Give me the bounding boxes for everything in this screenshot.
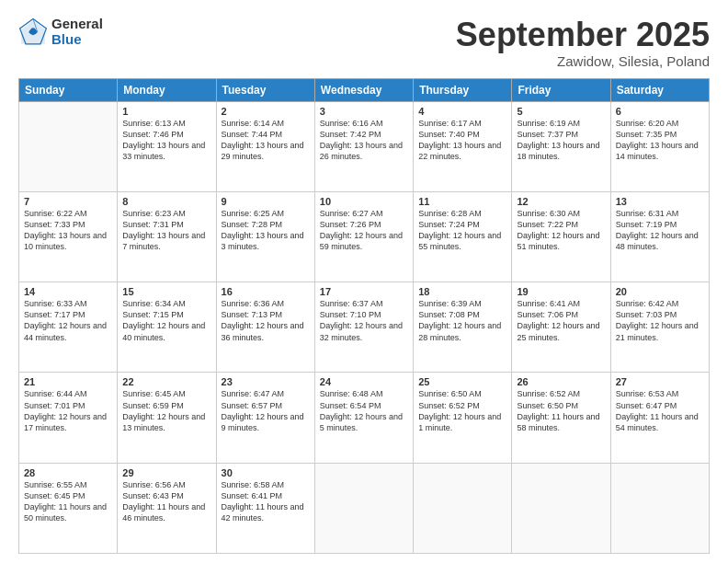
calendar-week-1: 7Sunrise: 6:22 AM Sunset: 7:33 PM Daylig… [19, 191, 710, 282]
day-number: 5 [517, 106, 605, 117]
day-info: Sunrise: 6:19 AM Sunset: 7:37 PM Dayligh… [517, 118, 605, 163]
day-number: 17 [320, 286, 408, 297]
day-info: Sunrise: 6:31 AM Sunset: 7:19 PM Dayligh… [616, 208, 704, 253]
calendar-cell: 23Sunrise: 6:47 AM Sunset: 6:57 PM Dayli… [216, 373, 314, 463]
day-number: 15 [122, 286, 210, 297]
logo-general-text: General [51, 17, 103, 32]
calendar-cell [512, 463, 610, 553]
calendar-cell: 15Sunrise: 6:34 AM Sunset: 7:15 PM Dayli… [118, 282, 216, 373]
calendar-cell: 5Sunrise: 6:19 AM Sunset: 7:37 PM Daylig… [512, 101, 610, 191]
calendar-cell: 2Sunrise: 6:14 AM Sunset: 7:44 PM Daylig… [216, 101, 314, 191]
calendar-cell: 1Sunrise: 6:13 AM Sunset: 7:46 PM Daylig… [118, 101, 216, 191]
day-info: Sunrise: 6:44 AM Sunset: 7:01 PM Dayligh… [24, 388, 112, 433]
day-number: 11 [418, 196, 506, 207]
day-number: 29 [122, 467, 210, 478]
logo-blue-text: Blue [51, 32, 103, 48]
calendar-cell: 22Sunrise: 6:45 AM Sunset: 6:59 PM Dayli… [118, 373, 216, 463]
day-number: 19 [517, 286, 605, 297]
calendar-cell: 20Sunrise: 6:42 AM Sunset: 7:03 PM Dayli… [610, 282, 709, 373]
logo-text: General Blue [51, 17, 103, 47]
calendar-cell: 9Sunrise: 6:25 AM Sunset: 7:28 PM Daylig… [216, 191, 314, 282]
day-info: Sunrise: 6:45 AM Sunset: 6:59 PM Dayligh… [122, 388, 210, 433]
calendar-week-2: 14Sunrise: 6:33 AM Sunset: 7:17 PM Dayli… [19, 282, 710, 373]
day-number: 13 [616, 196, 704, 207]
calendar-cell: 10Sunrise: 6:27 AM Sunset: 7:26 PM Dayli… [314, 191, 413, 282]
day-info: Sunrise: 6:37 AM Sunset: 7:10 PM Dayligh… [320, 298, 408, 343]
day-info: Sunrise: 6:47 AM Sunset: 6:57 PM Dayligh… [222, 388, 310, 433]
day-number: 22 [122, 376, 210, 387]
calendar-cell: 18Sunrise: 6:39 AM Sunset: 7:08 PM Dayli… [414, 282, 512, 373]
logo-icon [18, 17, 48, 47]
day-info: Sunrise: 6:34 AM Sunset: 7:15 PM Dayligh… [122, 298, 210, 343]
day-info: Sunrise: 6:52 AM Sunset: 6:50 PM Dayligh… [517, 388, 605, 433]
header: General Blue September 2025 Zawidow, Sil… [18, 17, 710, 69]
day-info: Sunrise: 6:17 AM Sunset: 7:40 PM Dayligh… [418, 118, 506, 163]
day-number: 27 [616, 376, 704, 387]
day-number: 2 [222, 106, 310, 117]
day-info: Sunrise: 6:22 AM Sunset: 7:33 PM Dayligh… [24, 208, 112, 253]
title-block: September 2025 Zawidow, Silesia, Poland [456, 17, 710, 69]
day-info: Sunrise: 6:48 AM Sunset: 6:54 PM Dayligh… [320, 388, 408, 433]
day-info: Sunrise: 6:56 AM Sunset: 6:43 PM Dayligh… [122, 479, 210, 524]
day-number: 8 [122, 196, 210, 207]
day-number: 6 [616, 106, 704, 117]
calendar-cell: 4Sunrise: 6:17 AM Sunset: 7:40 PM Daylig… [414, 101, 512, 191]
calendar-cell: 28Sunrise: 6:55 AM Sunset: 6:45 PM Dayli… [19, 463, 118, 553]
calendar-cell [19, 101, 118, 191]
calendar-week-0: 1Sunrise: 6:13 AM Sunset: 7:46 PM Daylig… [19, 101, 710, 191]
logo: General Blue [18, 17, 103, 47]
day-number: 7 [24, 196, 112, 207]
day-number: 18 [418, 286, 506, 297]
day-info: Sunrise: 6:55 AM Sunset: 6:45 PM Dayligh… [24, 479, 112, 524]
calendar-cell [314, 463, 413, 553]
calendar-cell: 16Sunrise: 6:36 AM Sunset: 7:13 PM Dayli… [216, 282, 314, 373]
day-number: 9 [222, 196, 310, 207]
day-info: Sunrise: 6:41 AM Sunset: 7:06 PM Dayligh… [517, 298, 605, 343]
title-location: Zawidow, Silesia, Poland [456, 53, 710, 69]
day-number: 21 [24, 376, 112, 387]
day-info: Sunrise: 6:36 AM Sunset: 7:13 PM Dayligh… [222, 298, 310, 343]
calendar-cell: 3Sunrise: 6:16 AM Sunset: 7:42 PM Daylig… [314, 101, 413, 191]
page: General Blue September 2025 Zawidow, Sil… [0, 0, 728, 563]
day-info: Sunrise: 6:27 AM Sunset: 7:26 PM Dayligh… [320, 208, 408, 253]
day-number: 16 [222, 286, 310, 297]
calendar-cell: 29Sunrise: 6:56 AM Sunset: 6:43 PM Dayli… [118, 463, 216, 553]
day-number: 30 [222, 467, 310, 478]
calendar-cell: 21Sunrise: 6:44 AM Sunset: 7:01 PM Dayli… [19, 373, 118, 463]
day-info: Sunrise: 6:23 AM Sunset: 7:31 PM Dayligh… [122, 208, 210, 253]
calendar-cell: 19Sunrise: 6:41 AM Sunset: 7:06 PM Dayli… [512, 282, 610, 373]
title-month: September 2025 [456, 17, 710, 53]
col-tuesday: Tuesday [216, 78, 314, 101]
calendar-cell: 6Sunrise: 6:20 AM Sunset: 7:35 PM Daylig… [610, 101, 709, 191]
calendar-cell: 24Sunrise: 6:48 AM Sunset: 6:54 PM Dayli… [314, 373, 413, 463]
col-wednesday: Wednesday [314, 78, 413, 101]
day-number: 20 [616, 286, 704, 297]
calendar-cell: 30Sunrise: 6:58 AM Sunset: 6:41 PM Dayli… [216, 463, 314, 553]
day-info: Sunrise: 6:50 AM Sunset: 6:52 PM Dayligh… [418, 388, 506, 433]
day-info: Sunrise: 6:25 AM Sunset: 7:28 PM Dayligh… [222, 208, 310, 253]
calendar-cell: 26Sunrise: 6:52 AM Sunset: 6:50 PM Dayli… [512, 373, 610, 463]
calendar-cell: 13Sunrise: 6:31 AM Sunset: 7:19 PM Dayli… [610, 191, 709, 282]
calendar-week-3: 21Sunrise: 6:44 AM Sunset: 7:01 PM Dayli… [19, 373, 710, 463]
calendar-cell: 7Sunrise: 6:22 AM Sunset: 7:33 PM Daylig… [19, 191, 118, 282]
day-number: 1 [122, 106, 210, 117]
col-friday: Friday [512, 78, 610, 101]
calendar-cell: 14Sunrise: 6:33 AM Sunset: 7:17 PM Dayli… [19, 282, 118, 373]
day-number: 10 [320, 196, 408, 207]
col-thursday: Thursday [414, 78, 512, 101]
day-number: 12 [517, 196, 605, 207]
calendar-cell: 27Sunrise: 6:53 AM Sunset: 6:47 PM Dayli… [610, 373, 709, 463]
col-sunday: Sunday [19, 78, 118, 101]
day-info: Sunrise: 6:14 AM Sunset: 7:44 PM Dayligh… [222, 118, 310, 163]
col-saturday: Saturday [610, 78, 709, 101]
day-number: 25 [418, 376, 506, 387]
day-number: 14 [24, 286, 112, 297]
calendar-cell: 25Sunrise: 6:50 AM Sunset: 6:52 PM Dayli… [414, 373, 512, 463]
calendar-cell [414, 463, 512, 553]
day-info: Sunrise: 6:33 AM Sunset: 7:17 PM Dayligh… [24, 298, 112, 343]
day-number: 26 [517, 376, 605, 387]
day-info: Sunrise: 6:53 AM Sunset: 6:47 PM Dayligh… [616, 388, 704, 433]
calendar-cell: 11Sunrise: 6:28 AM Sunset: 7:24 PM Dayli… [414, 191, 512, 282]
calendar-cell [610, 463, 709, 553]
day-info: Sunrise: 6:58 AM Sunset: 6:41 PM Dayligh… [222, 479, 310, 524]
